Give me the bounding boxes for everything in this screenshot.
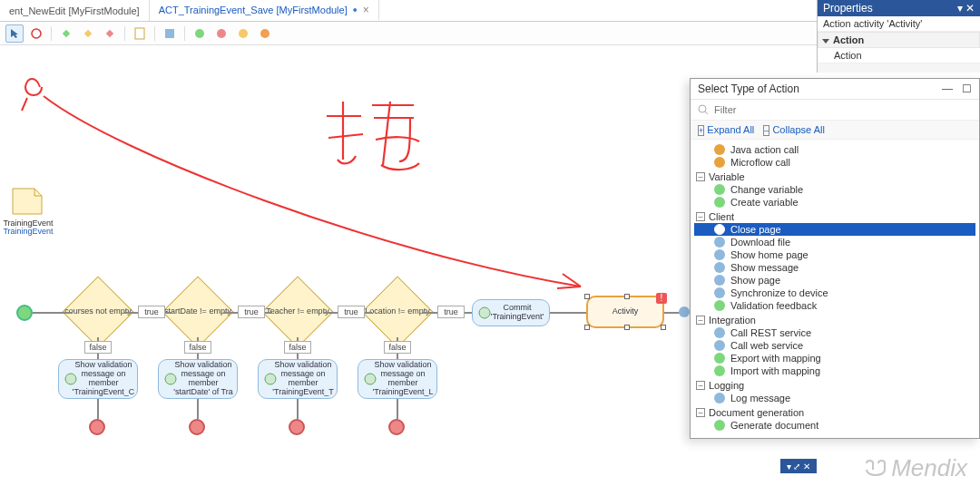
true-label: true [338,306,365,318]
maximize-icon[interactable]: ☐ [962,83,972,95]
green-diamond-icon[interactable] [57,24,75,43]
green-circle-icon[interactable] [191,24,209,43]
action-show-page[interactable]: Show page [694,274,975,287]
red-diamond-icon[interactable] [101,24,119,43]
action-sync-device[interactable]: Synchronize to device [694,287,975,299]
search-icon [698,104,709,115]
end-event[interactable] [388,419,405,435]
blue-square-icon[interactable] [161,24,179,43]
decision-teacher[interactable]: Teacher != empty [272,287,323,337]
decision-startdate[interactable]: startDate != empty [172,287,223,337]
annotation-text: 拖 [327,100,367,153]
tab-newedit[interactable]: ent_NewEdit [MyFirstModule] [0,0,150,21]
pointer-tool-icon[interactable] [5,24,24,43]
svg-point-8 [239,29,248,38]
watermark: Mendix [864,454,967,482]
tab-label: ACT_TrainingEvent_Save [MyFirstModule] [159,5,348,15]
true-label: true [437,306,465,318]
svg-point-18 [365,374,376,384]
action-create-variable[interactable]: Create variable [694,196,975,209]
action-generate-document[interactable]: Generate document [694,419,975,432]
select-action-popup: Select Type of Action — ☐ + Expand All –… [690,78,980,439]
svg-point-16 [165,374,176,384]
svg-rect-4 [135,28,144,39]
collapse-all-link[interactable]: – Collapse All [763,124,825,135]
properties-header[interactable]: Properties ▾ ✕ [818,0,980,16]
action-microflow-call[interactable]: Microflow call [694,156,975,169]
svg-text:!: ! [661,293,663,303]
filter-input[interactable] [712,103,972,116]
svg-line-20 [705,112,708,114]
svg-rect-3 [106,29,113,36]
group-variable[interactable]: –Variable [694,170,975,183]
tab-act-save[interactable]: ACT_TrainingEvent_Save [MyFirstModule] •… [150,0,379,21]
connector-tool-icon[interactable] [27,24,45,43]
group-docgen[interactable]: –Document generation [694,406,975,419]
svg-rect-2 [84,29,92,36]
action-log-message[interactable]: Log message [694,392,975,404]
action-tree[interactable]: Java action call Microflow call –Variabl… [691,140,979,438]
activity-validation-3[interactable]: Show validation message on member 'Train… [258,359,338,399]
svg-point-19 [699,105,706,112]
document-icon[interactable] [131,24,149,43]
svg-point-7 [217,29,226,38]
activity-validation-1[interactable]: Show validation message on member 'Train… [58,359,138,399]
tab-label: ent_NewEdit [MyFirstModule] [9,5,140,16]
false-label: false [84,341,112,354]
decision-location[interactable]: Location != empty [372,287,423,337]
error-badge-icon: ! [655,292,668,305]
yellow-circle-icon[interactable] [234,24,252,43]
svg-point-6 [195,29,204,38]
flow-line [33,312,73,314]
svg-rect-1 [63,29,70,36]
activity-validation-4[interactable]: Show validation message on member 'Train… [358,359,437,399]
svg-point-12 [479,307,490,318]
properties-subtitle: Action activity 'Activity' [818,16,980,32]
popup-titlebar[interactable]: Select Type of Action — ☐ [691,79,979,100]
action-java-call[interactable]: Java action call [694,143,975,156]
props-action-row[interactable]: Action [818,48,980,63]
action-call-rest[interactable]: Call REST service [694,326,975,339]
dirty-indicator-icon: • [353,3,358,17]
action-change-variable[interactable]: Change variable [694,183,975,196]
action-show-message[interactable]: Show message [694,261,975,274]
end-event[interactable] [189,419,205,435]
true-label: true [238,306,265,318]
svg-point-0 [32,29,41,38]
flow-line [97,399,99,419]
end-event[interactable] [289,419,305,435]
status-bar[interactable]: ▾ ⤢ ✕ [780,459,817,473]
expand-all-link[interactable]: + Expand All [698,124,754,135]
end-connector [679,306,690,317]
activity-selected[interactable]: Activity ! [586,296,664,328]
properties-title: Properties [823,2,873,15]
orange-diamond-icon[interactable] [79,24,97,43]
minimize-icon[interactable]: — [942,83,953,95]
false-label: false [284,341,311,354]
props-category-action[interactable]: Action [818,32,980,48]
red-circle-icon[interactable] [212,24,230,43]
svg-point-9 [260,29,270,38]
action-close-page[interactable]: Close page [694,223,975,236]
group-integration[interactable]: –Integration [694,314,975,326]
action-validation-feedback[interactable]: Validation feedback [694,299,975,312]
popup-title-text: Select Type of Action [698,83,799,95]
start-event[interactable] [16,305,33,321]
action-download-file[interactable]: Download file [694,236,975,248]
action-import-mapping[interactable]: Import with mapping [694,364,975,377]
group-client[interactable]: –Client [694,210,975,223]
end-event[interactable] [89,419,105,435]
true-label: true [138,306,165,318]
flow-line [197,399,199,419]
group-logging[interactable]: –Logging [694,379,975,392]
action-export-mapping[interactable]: Export with mapping [694,352,975,364]
activity-validation-2[interactable]: Show validation message on member 'start… [158,359,238,399]
decision-courses[interactable]: courses not empty [73,287,123,337]
activity-commit[interactable]: Commit 'TrainingEvent' [472,299,550,326]
parameter-trainingevent[interactable]: TrainingEvent TrainingEvent [9,187,45,218]
close-icon[interactable]: × [363,4,369,16]
svg-point-17 [265,374,276,384]
orange-circle-icon[interactable] [256,24,274,43]
action-show-home[interactable]: Show home page [694,248,975,261]
action-call-web[interactable]: Call web service [694,339,975,352]
